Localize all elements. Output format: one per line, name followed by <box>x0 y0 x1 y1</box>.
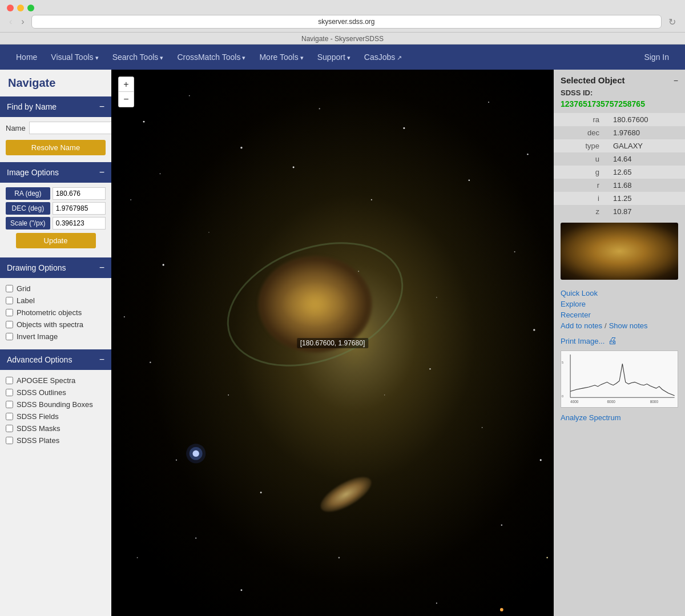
back-btn[interactable]: ‹ <box>7 15 14 28</box>
print-image-link[interactable]: Print Image... <box>561 337 605 345</box>
forward-btn[interactable]: › <box>19 15 26 28</box>
name-label: Name <box>6 124 26 132</box>
svg-point-18 <box>176 460 177 461</box>
sdss-bounding-checkbox[interactable] <box>6 401 13 408</box>
notes-row: Add to notes / Show notes <box>561 320 678 331</box>
checkbox-label[interactable]: Label <box>6 295 106 307</box>
data-table: ra180.67600dec1.97680typeGALAXYu14.64g12… <box>554 113 685 218</box>
address-bar[interactable]: skyserver.sdss.org <box>31 15 662 29</box>
svg-point-3 <box>319 108 320 109</box>
spectrum-thumbnail: 4000 6000 8000 0 5 <box>561 351 678 408</box>
field-key: ra <box>554 113 606 126</box>
sdss-masks-checkbox[interactable] <box>6 425 13 432</box>
table-row: r11.68 <box>554 179 685 192</box>
svg-point-15 <box>293 166 295 168</box>
map-container[interactable]: [180.67600, 1.97680] + − <box>111 70 554 616</box>
collapse-drawing-options[interactable]: − <box>99 263 104 272</box>
invert-checkbox[interactable] <box>6 333 13 340</box>
minimize-btn[interactable] <box>17 5 24 11</box>
svg-point-24 <box>384 394 385 396</box>
add-to-notes-link[interactable]: Add to notes <box>561 320 602 331</box>
maximize-btn[interactable] <box>27 5 34 11</box>
find-by-name-body: Name Resolve Name <box>0 117 111 160</box>
svg-point-25 <box>260 492 262 493</box>
sidebar: Navigate Find by Name − Name Resolve Nam… <box>0 70 111 616</box>
sdss-fields-label: SDSS Fields <box>17 412 59 421</box>
quick-look-link[interactable]: Quick Look <box>561 288 678 299</box>
collapse-find-by-name[interactable]: − <box>99 102 104 111</box>
show-notes-link[interactable]: Show notes <box>609 320 648 331</box>
section-advanced-options[interactable]: Advanced Options − <box>0 349 111 370</box>
print-icon[interactable]: 🖨 <box>608 336 617 346</box>
svg-point-21 <box>501 525 503 526</box>
analyze-spectrum-link[interactable]: Analyze Spectrum <box>554 410 685 425</box>
collapse-image-options[interactable]: − <box>99 168 104 177</box>
update-button[interactable]: Update <box>16 233 96 248</box>
scale-input[interactable] <box>53 217 106 230</box>
field-value: 10.87 <box>606 205 685 218</box>
checkbox-sdss-fields[interactable]: SDSS Fields <box>6 410 106 422</box>
section-drawing-options-label: Drawing Options <box>7 263 66 272</box>
spectra-checkbox[interactable] <box>6 321 13 328</box>
ra-input[interactable] <box>53 187 106 200</box>
svg-text:6000: 6000 <box>607 400 616 404</box>
grid-checkbox[interactable] <box>6 285 13 292</box>
resolve-name-button[interactable]: Resolve Name <box>6 140 106 155</box>
explore-link[interactable]: Explore <box>561 299 678 309</box>
svg-point-37 <box>186 444 206 463</box>
checkbox-sdss-outlines[interactable]: SDSS Outlines <box>6 386 106 398</box>
nav-support[interactable]: Support <box>311 47 357 67</box>
table-row: dec1.97680 <box>554 126 685 139</box>
nav-sign-in[interactable]: Sign In <box>637 47 676 67</box>
spectrum-svg: 4000 6000 8000 0 5 <box>561 351 678 407</box>
sdss-id-value[interactable]: 1237651735757258765 <box>554 99 685 113</box>
label-checkbox[interactable] <box>6 297 13 304</box>
ra-label: RA (deg) <box>6 187 50 200</box>
zoom-in-button[interactable]: + <box>119 77 134 92</box>
section-find-by-name[interactable]: Find by Name − <box>0 96 111 117</box>
svg-point-4 <box>403 127 405 129</box>
apogee-checkbox[interactable] <box>6 377 13 384</box>
nav-crossmatch-tools[interactable]: CrossMatch Tools <box>170 47 252 67</box>
close-btn[interactable] <box>7 5 14 11</box>
checkbox-sdss-masks[interactable]: SDSS Masks <box>6 422 106 434</box>
panel-close-button[interactable]: − <box>674 76 678 85</box>
section-image-options[interactable]: Image Options − <box>0 162 111 183</box>
collapse-advanced-options[interactable]: − <box>99 355 104 364</box>
photometric-checkbox[interactable] <box>6 309 13 316</box>
label-text: Label <box>17 296 35 305</box>
nav-casjobs[interactable]: CasJobs <box>357 47 409 67</box>
checkbox-sdss-bounding[interactable]: SDSS Bounding Boxes <box>6 398 106 410</box>
checkbox-apogee[interactable]: APOGEE Spectra <box>6 375 106 386</box>
nav-home[interactable]: Home <box>9 47 44 67</box>
checkbox-photometric[interactable]: Photometric objects <box>6 307 106 319</box>
svg-text:0: 0 <box>562 394 563 398</box>
sdss-plates-checkbox[interactable] <box>6 437 13 444</box>
checkbox-invert[interactable]: Invert Image <box>6 331 106 343</box>
reload-btn[interactable]: ↻ <box>666 15 678 29</box>
sdss-fields-checkbox[interactable] <box>6 413 13 420</box>
coord-grid: RA (deg) DEC (deg) Scale ("/px) <box>6 187 106 230</box>
svg-point-10 <box>371 199 372 200</box>
checkbox-grid[interactable]: Grid <box>6 283 106 295</box>
recenter-link[interactable]: Recenter <box>561 309 678 320</box>
svg-point-13 <box>150 362 151 364</box>
checkbox-spectra[interactable]: Objects with spectra <box>6 319 106 331</box>
svg-point-0 <box>143 121 145 123</box>
nav-search-tools[interactable]: Search Tools <box>106 47 171 67</box>
nav-visual-tools[interactable]: Visual Tools <box>44 47 105 67</box>
zoom-out-button[interactable]: − <box>119 92 134 107</box>
checkbox-sdss-plates[interactable]: SDSS Plates <box>6 434 106 446</box>
svg-point-41 <box>240 589 242 591</box>
svg-text:8000: 8000 <box>650 400 659 404</box>
svg-point-33 <box>500 608 503 611</box>
sdss-outlines-checkbox[interactable] <box>6 389 13 396</box>
name-input[interactable] <box>29 122 111 134</box>
section-drawing-options[interactable]: Drawing Options − <box>0 257 111 278</box>
field-value: GALAXY <box>606 139 685 152</box>
dec-input[interactable] <box>53 202 106 215</box>
table-row: ra180.67600 <box>554 113 685 126</box>
dec-label: DEC (deg) <box>6 202 50 215</box>
svg-point-38 <box>160 174 161 175</box>
nav-more-tools[interactable]: More Tools <box>252 47 310 67</box>
